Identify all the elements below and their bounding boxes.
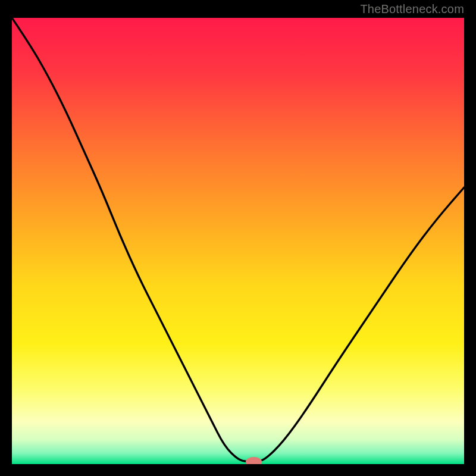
watermark-label: TheBottleneck.com [360,2,464,16]
chart-background [12,18,464,464]
bottleneck-chart [12,18,464,464]
chart-frame: TheBottleneck.com [0,0,476,476]
